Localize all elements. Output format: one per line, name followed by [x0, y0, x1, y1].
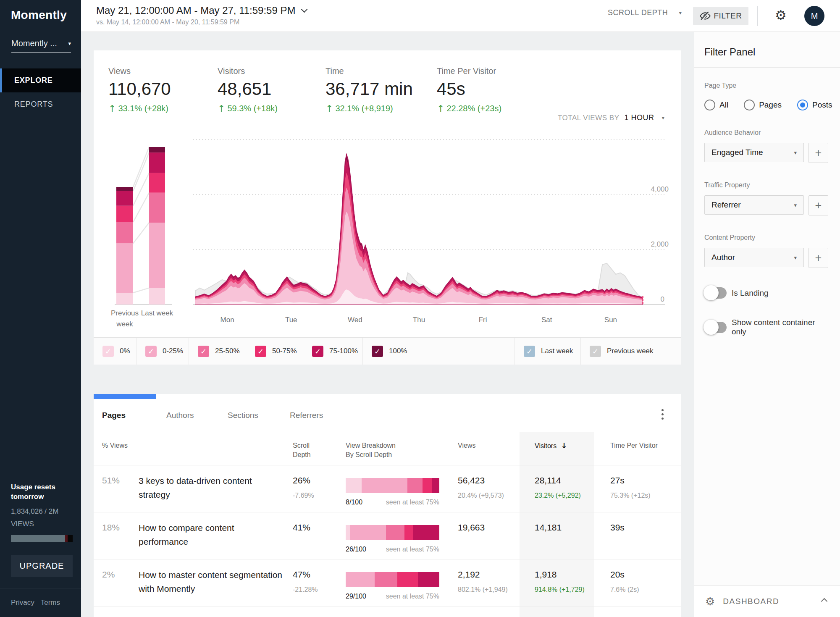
filter-select-engaged-time[interactable]: Engaged Time▾: [704, 143, 804, 162]
cell-time-per-visitor: 39s: [610, 522, 625, 533]
tab-referrers[interactable]: Referrers: [290, 411, 323, 420]
app-logo: Momently: [11, 8, 67, 22]
breakdown-caption: 29/100seen at least 75%: [346, 593, 439, 600]
radio-posts[interactable]: Posts: [797, 100, 832, 110]
radio-label: Pages: [759, 100, 782, 110]
legend-checkbox[interactable]: ✓: [198, 346, 209, 357]
cell-views-delta: 802.1% (+1,949): [458, 586, 508, 593]
cell-views-value: 56,423: [458, 475, 504, 486]
tab-pages[interactable]: Pages: [102, 411, 126, 420]
settings-gear-icon[interactable]: ⚙: [775, 8, 787, 23]
sidebar-item-explore[interactable]: EXPLORE: [0, 68, 81, 92]
summary-bar-label: Last week: [141, 309, 173, 317]
legend-checkbox[interactable]: ✓: [590, 346, 601, 357]
usage-count: 1,834,026 / 2M: [11, 507, 70, 516]
summary-connector: [133, 173, 149, 206]
legend-checkbox[interactable]: ✓: [145, 346, 157, 357]
last-week-bar-segment-0: [149, 288, 165, 305]
filter-toggle-button[interactable]: FILTER: [693, 7, 748, 25]
breakdown-select-value: SCROLL DEPTH: [608, 8, 668, 17]
cell-visitors-delta: 914.8% (+1,729): [535, 586, 585, 593]
filter-select-value: Engaged Time: [711, 148, 763, 157]
breakdown-bar: [346, 525, 439, 540]
account-switcher[interactable]: Momently ... ▾: [11, 39, 71, 53]
filter-group-audience-behavior: Audience BehaviorEngaged Time▾+: [704, 129, 830, 163]
breakdown-bar-segment: [418, 572, 439, 587]
filter-panel-title: Filter Panel: [694, 32, 840, 68]
active-tab-indicator: [94, 394, 156, 399]
usage-progress-bar: [11, 535, 73, 542]
cell-pct-views: 18%: [102, 522, 120, 533]
dropdown-arrow-icon: ▾: [794, 255, 797, 260]
add-filter-button[interactable]: +: [808, 143, 828, 163]
legend-label: 75-100%: [329, 347, 358, 355]
cell-scroll-depth: 26%-7.69%: [293, 475, 314, 499]
summary-connector: [133, 223, 149, 243]
sidebar: Momently Momently ... ▾ EXPLOREREPORTS U…: [0, 0, 81, 617]
column-header-scroll-depth[interactable]: ScrollDepth: [293, 441, 311, 459]
table-row[interactable]: 2%How to master content segmentation wit…: [94, 559, 681, 606]
dropdown-arrow-icon: ▾: [679, 10, 682, 16]
cell-visitors-value: 1,918: [535, 570, 585, 580]
last-week-bar-segment-1: [149, 223, 165, 288]
add-filter-button[interactable]: +: [808, 195, 828, 215]
legend-checkbox[interactable]: ✓: [255, 346, 266, 357]
table-row[interactable]: 51%3 keys to data-driven content strateg…: [94, 465, 681, 512]
column-header-pct-views[interactable]: % Views: [102, 441, 128, 450]
toggle-show-content-container-only[interactable]: [704, 322, 727, 333]
cell-time-per-visitor: 20s7.6% (2s): [610, 570, 639, 593]
legend-checkbox[interactable]: ✓: [524, 346, 535, 357]
last-week-bar-segment-2: [149, 193, 165, 223]
filter-group-label: Traffic Property: [704, 181, 830, 189]
table-row[interactable]: 18%How to compare content performance41%…: [94, 512, 681, 559]
summary-bar-label: Previous: [111, 309, 139, 317]
cell-time-per-visitor-delta: 75.3% (+12s): [610, 492, 651, 499]
dropdown-arrow-icon: ▾: [794, 202, 797, 208]
summary-bar-label: week: [116, 320, 133, 328]
avatar-initial: M: [811, 11, 818, 21]
cell-title: How to master content segmentation with …: [139, 568, 284, 596]
table-options-kebab-icon[interactable]: [656, 407, 668, 422]
column-header-view-breakdown[interactable]: View BreakdownBy Scroll Depth: [346, 441, 396, 459]
add-filter-button[interactable]: +: [808, 248, 828, 268]
breakdown-bar-segment: [375, 572, 397, 587]
breakdown-bar-segment: [423, 478, 432, 493]
radio-pages[interactable]: Pages: [744, 100, 782, 110]
filter-select-author[interactable]: Author▾: [704, 248, 804, 267]
column-header-visitors[interactable]: Visitors↓: [535, 441, 567, 451]
legend-label: 100%: [389, 347, 407, 355]
legend-label: 0-25%: [163, 347, 183, 355]
upgrade-button[interactable]: UPGRADE: [11, 555, 73, 577]
legend-checkbox[interactable]: ✓: [312, 346, 323, 357]
dashboard-bar[interactable]: ⚙ DASHBOARD: [694, 585, 840, 617]
legend-checkbox[interactable]: ✓: [372, 346, 383, 357]
topbar-divider: [757, 6, 758, 26]
terms-link[interactable]: Terms: [41, 599, 60, 607]
cell-visitors: 14,181: [535, 522, 562, 533]
filter-select-referrer[interactable]: Referrer▾: [704, 195, 804, 215]
column-header-views[interactable]: Views: [458, 441, 475, 450]
toggle-is-landing[interactable]: [704, 287, 727, 299]
scroll-depth-value: 41%: [293, 522, 310, 533]
radio-icon: [744, 100, 755, 110]
legend-checkbox[interactable]: ✓: [102, 346, 114, 357]
date-range-picker[interactable]: May 21, 12:00:00 AM - May 27, 11:59:59 P…: [96, 5, 307, 26]
legend-item-100: ✓100%: [363, 338, 416, 365]
breakdown-bar-segment: [413, 525, 439, 540]
tab-sections[interactable]: Sections: [228, 411, 258, 420]
user-avatar[interactable]: M: [804, 6, 824, 26]
privacy-link[interactable]: Privacy: [11, 599, 34, 607]
y-axis-label: 2,000: [651, 240, 669, 248]
tab-authors[interactable]: Authors: [166, 411, 194, 420]
column-header-time-per-visitor[interactable]: Time Per Visitor: [610, 441, 658, 450]
cell-time-per-visitor-value: 20s: [610, 570, 639, 580]
sidebar-item-reports[interactable]: REPORTS: [0, 92, 81, 116]
breakdown-bar-segment: [346, 525, 350, 540]
cell-views: 2,192802.1% (+1,949): [458, 570, 508, 593]
summary-connector: [133, 147, 149, 187]
previous-week-bar-segment-3: [116, 206, 133, 222]
breakdown-select[interactable]: SCROLL DEPTH ▾: [608, 8, 682, 22]
views-area-chart[interactable]: 4,0002,0000MonTueWedThuFriSatSunPrevious…: [94, 50, 681, 337]
sidebar-footer: Privacy Terms: [0, 588, 81, 617]
radio-all[interactable]: All: [704, 100, 728, 110]
